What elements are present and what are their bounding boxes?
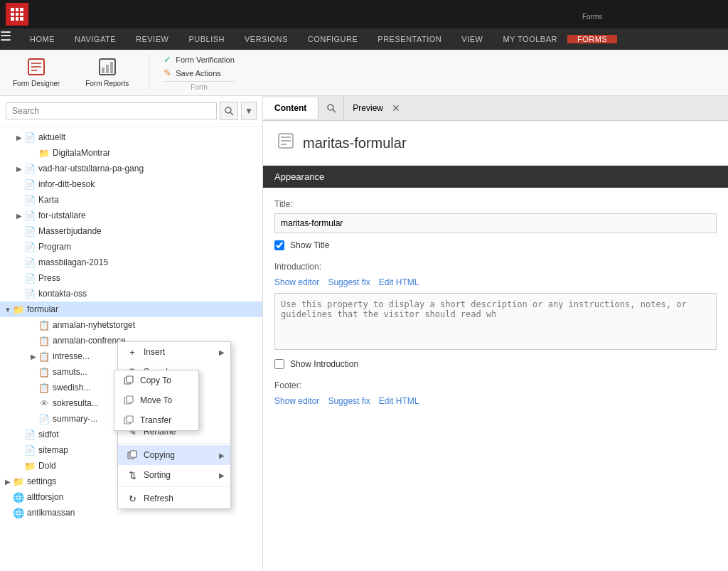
form-icon: 📋 <box>38 366 50 378</box>
nav-navigate[interactable]: NAVIGATE <box>65 28 126 50</box>
show-introduction-checkbox[interactable] <box>274 359 284 369</box>
form-reports-label: Form Reports <box>85 80 129 88</box>
svg-rect-25 <box>127 416 133 422</box>
context-sorting-label: Sorting <box>144 470 171 480</box>
tab-close-button[interactable]: ✕ <box>389 101 403 115</box>
show-introduction-row: Show Introduction <box>274 359 717 369</box>
nav-review[interactable]: REVIEW <box>126 28 178 50</box>
sorting-icon: ⇅ <box>127 469 138 481</box>
nav-ribbon: ☰ HOME NAVIGATE REVIEW PUBLISH VERSIONS … <box>0 28 728 50</box>
title-input[interactable] <box>274 213 717 233</box>
tab-search-icon[interactable] <box>318 96 344 120</box>
expand-icon[interactable]: ▼ <box>3 304 13 314</box>
toolbar-group-label: Form <box>164 81 235 91</box>
expand-icon[interactable]: ▶ <box>14 164 24 174</box>
page-icon: 📄 <box>24 163 36 174</box>
context-sorting[interactable]: ⇅ Sorting <box>118 465 230 485</box>
search-input[interactable] <box>6 102 217 119</box>
search-dropdown[interactable]: ▼ <box>241 102 257 120</box>
form-verification-label: Form Verification <box>176 55 235 64</box>
expand-icon[interactable]: ▶ <box>3 476 13 486</box>
expand-icon[interactable]: ▶ <box>28 351 38 361</box>
tree-item-infor[interactable]: 📄 infor-ditt-besok <box>0 176 262 192</box>
nav-presentation[interactable]: PRESENTATION <box>368 28 451 50</box>
suggest-fix-link[interactable]: Suggest fix <box>328 277 370 287</box>
globe-icon: 🌐 <box>13 491 24 503</box>
page-icon: 📄 <box>24 257 36 268</box>
nav-versions[interactable]: VERSIONS <box>235 28 298 50</box>
tree-item-anmalan-nyh[interactable]: 📋 anmalan-nyhetstorget <box>0 317 262 333</box>
tree-item-karta[interactable]: 📄 Karta <box>0 192 262 208</box>
form-designer-label: Form Designer <box>13 80 60 88</box>
edit-html-link[interactable]: Edit HTML <box>379 277 419 287</box>
app-logo[interactable] <box>6 3 28 26</box>
nav-home[interactable]: HOME <box>20 28 65 50</box>
tree-item-vad-har[interactable]: ▶ 📄 vad-har-utstallarna-pa-gang <box>0 161 262 176</box>
tree-item-kontakta[interactable]: 📄 kontakta-oss <box>0 286 262 301</box>
show-editor-link[interactable]: Show editor <box>274 277 319 287</box>
folder-icon: 📁 <box>24 460 36 471</box>
nav-publish[interactable]: PUBLISH <box>178 28 235 50</box>
page-icon: 📄 <box>24 241 36 252</box>
title-label: Title: <box>274 199 717 209</box>
svg-rect-6 <box>106 65 109 73</box>
content-area: maritas-formular Appearance Title: Show … <box>263 121 728 571</box>
hamburger-menu[interactable]: ☰ <box>0 28 11 50</box>
tree-item-formular[interactable]: ▼ 📁 formular <box>0 301 262 317</box>
tree-item-massbilagan[interactable]: 📄 massbilagan-2015 <box>0 255 262 270</box>
svg-rect-21 <box>127 376 133 383</box>
main-layout: ▼ ▶ 📄 aktuellt 📁 DigitalaMontrar ▶ 📄 vad… <box>0 96 728 571</box>
introduction-textarea[interactable]: Use this property to display a short des… <box>274 293 717 350</box>
svg-point-8 <box>225 107 231 113</box>
svg-rect-19 <box>130 451 136 457</box>
context-refresh[interactable]: ↻ Refresh <box>118 489 230 508</box>
expand-icon[interactable]: ▶ <box>14 210 24 220</box>
tree-item-digitalamontrar[interactable]: 📁 DigitalaMontrar <box>0 145 262 161</box>
toolbar: Form Designer Form Reports ✓ Form Verifi… <box>0 50 728 96</box>
transfer-label: Transfer <box>140 415 171 425</box>
context-copying[interactable]: Copying <box>118 445 230 465</box>
form-reports-button[interactable]: Form Reports <box>80 54 134 91</box>
nav-view[interactable]: VIEW <box>451 28 493 50</box>
editor-links: Show editor Suggest fix Edit HTML <box>274 277 717 287</box>
form-designer-button[interactable]: Form Designer <box>7 54 65 91</box>
form-header: maritas-formular <box>263 121 728 166</box>
sub-transfer[interactable]: Transfer <box>114 410 198 430</box>
sub-copy-to[interactable]: Copy To <box>114 370 198 390</box>
tree-item-for-utstallare[interactable]: ▶ 📄 for-utstallare <box>0 208 262 223</box>
tree-item-program[interactable]: 📄 Program <box>0 239 262 255</box>
show-title-label: Show Title <box>290 240 329 250</box>
show-introduction-label: Show Introduction <box>290 359 358 369</box>
show-title-checkbox[interactable] <box>274 240 284 250</box>
toolbar-separator <box>149 55 149 90</box>
save-actions-button[interactable]: ✎ Save Actions <box>164 68 235 78</box>
search-button[interactable] <box>220 102 238 120</box>
page-icon: 📄 <box>24 210 36 221</box>
move-to-label: Move To <box>140 395 172 405</box>
tree-item-aktuellt[interactable]: ▶ 📄 aktuellt <box>0 129 262 145</box>
folder-icon: 📁 <box>13 476 24 487</box>
introduction-label: Introduction: <box>274 262 717 272</box>
context-insert[interactable]: + Insert <box>118 342 230 362</box>
folder-icon: 📁 <box>38 147 50 159</box>
tab-content[interactable]: Content <box>263 97 318 119</box>
expand-icon[interactable]: ▶ <box>14 132 24 142</box>
nav-mytoolbar[interactable]: MY TOOLBAR <box>493 28 567 50</box>
footer-editor-links: Show editor Suggest fix Edit HTML <box>274 396 717 406</box>
appearance-header: Appearance <box>263 166 728 188</box>
sub-move-to[interactable]: Move To <box>114 390 198 410</box>
tab-bar: Content Preview ✕ <box>263 96 728 121</box>
footer-show-editor-link[interactable]: Show editor <box>274 396 319 406</box>
tree-item-press[interactable]: 📄 Press <box>0 270 262 286</box>
nav-forms[interactable]: FORMS <box>567 35 617 43</box>
footer-label: Footer: <box>274 380 717 390</box>
tab-preview[interactable]: Preview <box>344 97 392 119</box>
search-bar: ▼ <box>0 96 262 127</box>
form-icon: 📋 <box>38 382 50 393</box>
transfer-icon <box>123 415 134 426</box>
tree-item-masserbjudande[interactable]: 📄 Masserbjudande <box>0 223 262 239</box>
nav-configure[interactable]: CONFIGURE <box>298 28 368 50</box>
footer-suggest-fix-link[interactable]: Suggest fix <box>328 396 370 406</box>
footer-edit-html-link[interactable]: Edit HTML <box>379 396 419 406</box>
form-verification-button[interactable]: ✓ Form Verification <box>164 54 235 65</box>
